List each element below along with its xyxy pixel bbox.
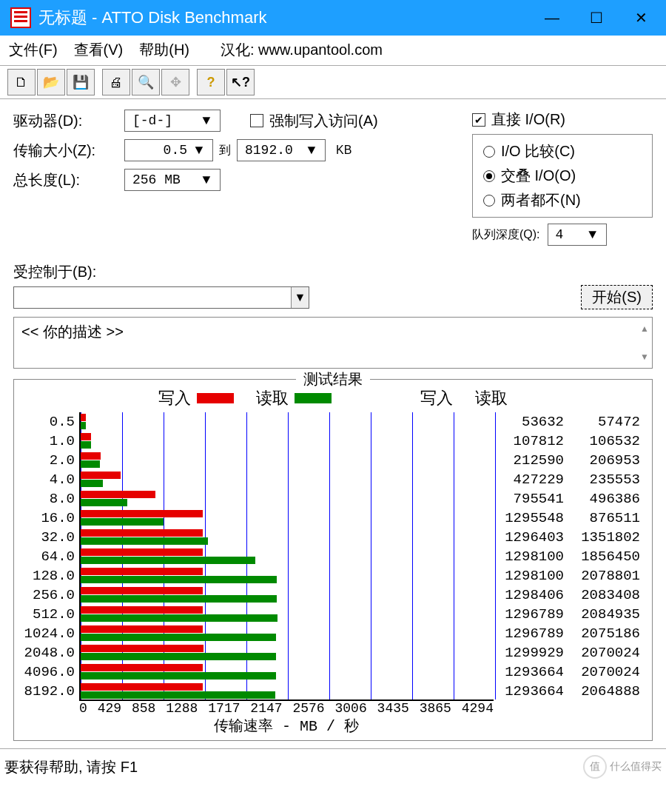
read-col-header: 读取	[475, 387, 508, 409]
to-label: 到	[219, 143, 231, 158]
preview-icon[interactable]: 🔍	[132, 69, 160, 95]
maximize-button[interactable]: ☐	[574, 0, 619, 36]
read-swatch	[295, 393, 332, 403]
x-axis-label: 传输速率 - MB / 秒	[79, 716, 494, 736]
minimize-button[interactable]: —	[530, 0, 574, 36]
start-button[interactable]: 开始(S)	[581, 285, 653, 309]
watermark: 值什么值得买	[583, 755, 662, 779]
status-bar: 要获得帮助, 请按 F1 值什么值得买	[0, 748, 666, 785]
size-to-select[interactable]: 8192.0▼	[237, 139, 326, 161]
io-mode-group: I/O 比较(C) 交叠 I/O(O) 两者都不(N)	[472, 134, 653, 218]
write-swatch	[197, 393, 234, 403]
whatsthis-icon[interactable]: ↖?	[226, 69, 255, 95]
y-axis-labels: 0.51.02.04.08.016.032.064.0128.0256.0512…	[20, 412, 79, 701]
write-values-column: 5363210781221259042722979554112955481296…	[494, 412, 570, 701]
scroll-down-icon[interactable]: ▼	[640, 352, 649, 362]
description-box[interactable]: << 你的描述 >> ▲ ▼	[13, 317, 653, 369]
write-col-header: 写入	[420, 387, 453, 409]
open-icon[interactable]: 📂	[37, 69, 65, 95]
menubar: 文件(F) 查看(V) 帮助(H) 汉化: www.upantool.com	[0, 36, 666, 65]
move-icon[interactable]: ✥	[161, 69, 189, 95]
kb-label: KB	[336, 144, 352, 157]
checkbox-icon	[250, 114, 263, 127]
titlebar: 无标题 - ATTO Disk Benchmark — ☐ ✕	[0, 0, 666, 36]
direct-io-checkbox[interactable]: ✔ 直接 I/O(R)	[472, 110, 565, 130]
read-values-column: 5747210653220695323555349638687651113518…	[570, 412, 646, 701]
print-icon[interactable]: 🖨	[102, 69, 130, 95]
transfer-size-label: 传输大小(Z):	[13, 141, 124, 161]
save-icon[interactable]: 💾	[67, 69, 95, 95]
chart-plot	[79, 412, 494, 701]
close-button[interactable]: ✕	[619, 0, 663, 36]
force-write-checkbox[interactable]: 强制写入访问(A)	[250, 111, 378, 131]
menu-help[interactable]: 帮助(H)	[139, 40, 189, 60]
help-icon[interactable]: ?	[197, 69, 225, 95]
menu-credit: 汉化: www.upantool.com	[221, 40, 383, 60]
neither-radio[interactable]: 两者都不(N)	[483, 190, 642, 210]
controlled-by-select[interactable]: ▼	[13, 286, 309, 309]
total-length-label: 总长度(L):	[13, 170, 124, 190]
total-length-select[interactable]: 256 MB▼	[124, 169, 221, 191]
io-compare-radio[interactable]: I/O 比较(C)	[483, 141, 642, 161]
results-group: 测试结果 写入 读取 写入 读取 0.51.02.04.08.016.032.0…	[13, 379, 653, 741]
x-axis-ticks: 042985812881717214725763006343538654294	[79, 701, 494, 716]
legend: 写入 读取 写入 读取	[20, 387, 646, 409]
drive-label: 驱动器(D):	[13, 111, 124, 131]
controlled-by-label: 受控制于(B):	[13, 262, 653, 282]
window-title: 无标题 - ATTO Disk Benchmark	[38, 7, 530, 29]
results-title: 测试结果	[296, 369, 370, 389]
toolbar: 🗋 📂 💾 🖨 🔍 ✥ ? ↖?	[0, 65, 666, 99]
queue-depth-label: 队列深度(Q):	[472, 227, 540, 243]
size-from-select[interactable]: 0.5▼	[124, 139, 213, 161]
queue-depth-select[interactable]: 4▼	[548, 224, 607, 246]
overlapped-radio[interactable]: 交叠 I/O(O)	[483, 166, 642, 186]
new-icon[interactable]: 🗋	[7, 69, 36, 95]
menu-view[interactable]: 查看(V)	[74, 40, 124, 60]
drive-select[interactable]: [-d-]▼	[124, 110, 221, 132]
app-icon	[10, 7, 31, 28]
checkbox-icon: ✔	[472, 113, 485, 127]
scroll-up-icon[interactable]: ▲	[640, 323, 649, 334]
menu-file[interactable]: 文件(F)	[9, 40, 58, 60]
